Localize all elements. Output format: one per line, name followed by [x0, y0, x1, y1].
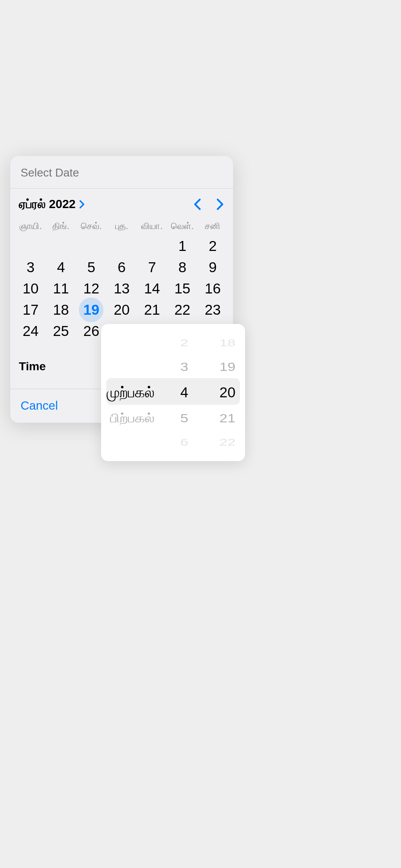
calendar-day-cell[interactable]: 17: [15, 299, 46, 321]
weekday-header-row: ஞாயி. திங். செவ். புத. வியா. வெள். சனி: [10, 215, 233, 236]
hour-wheel-column[interactable]: 2 3 4 5 6: [160, 324, 195, 461]
calendar-day-cell[interactable]: 15: [167, 278, 198, 299]
calendar-day-cell[interactable]: 18: [46, 299, 76, 321]
prev-month-button[interactable]: [193, 197, 202, 211]
wheel-item-hour: 3: [180, 357, 188, 377]
calendar-day-cell[interactable]: 20: [107, 299, 137, 321]
month-nav-arrows: [193, 197, 224, 211]
time-wheel-picker: முற்பகல் பிற்பகல் 2 3 4 5 6 18 19 20 21 …: [101, 324, 245, 461]
wheel-item-hour: 6: [180, 434, 188, 451]
calendar-day-cell[interactable]: 23: [197, 299, 228, 321]
next-month-button[interactable]: [216, 197, 224, 211]
calendar-day-cell[interactable]: 8: [167, 257, 198, 278]
calendar-day-cell[interactable]: 22: [167, 299, 198, 321]
wheel-item-ampm: பிற்பகல்: [110, 408, 155, 429]
calendar-day-cell[interactable]: 1: [167, 236, 198, 257]
weekday-label: சனி: [197, 221, 228, 231]
time-label: Time: [19, 360, 46, 373]
cancel-button[interactable]: Cancel: [21, 399, 58, 412]
weekday-label: புத.: [107, 221, 137, 231]
calendar-day-cell[interactable]: 3: [15, 257, 46, 278]
chevron-right-icon: [79, 200, 85, 209]
calendar-day-cell[interactable]: 5: [76, 257, 107, 278]
calendar-day-cell[interactable]: 19: [76, 299, 107, 321]
wheel-item-minute: 19: [219, 357, 235, 377]
calendar-day-cell[interactable]: 13: [107, 278, 137, 299]
month-year-label: ஏப்ரல் 2022: [19, 197, 76, 211]
month-year-selector[interactable]: ஏப்ரல் 2022: [19, 197, 85, 211]
ampm-wheel-column[interactable]: முற்பகல் பிற்பகல்: [101, 324, 160, 461]
calendar-day-cell[interactable]: 6: [107, 257, 137, 278]
calendar-day-cell[interactable]: 7: [137, 257, 167, 278]
calendar-day-cell: [107, 236, 137, 257]
calendar-day-cell[interactable]: 4: [46, 257, 76, 278]
wheel-item-minute: 21: [219, 408, 235, 429]
calendar-day-cell[interactable]: 11: [46, 278, 76, 299]
calendar-day-cell: [15, 236, 46, 257]
calendar-day-cell: [137, 236, 167, 257]
weekday-label: ஞாயி.: [15, 221, 46, 231]
modal-header: Select Date: [10, 156, 233, 189]
wheel-item-minute: 22: [219, 434, 235, 451]
calendar-day-cell[interactable]: 14: [137, 278, 167, 299]
wheel-item-hour: 4: [180, 381, 188, 405]
minute-wheel-column[interactable]: 18 19 20 21 22: [194, 324, 245, 461]
wheel-item-hour: 2: [180, 335, 188, 351]
calendar-day-cell: [46, 236, 76, 257]
modal-title: Select Date: [21, 166, 223, 179]
weekday-label: வெள்.: [167, 221, 198, 231]
wheel-item-ampm: முற்பகல்: [107, 381, 155, 405]
month-navigation: ஏப்ரல் 2022: [10, 189, 233, 215]
calendar-day-cell[interactable]: 2: [197, 236, 228, 257]
calendar-day-cell[interactable]: 10: [15, 278, 46, 299]
calendar-day-cell: [76, 236, 107, 257]
weekday-label: வியா.: [137, 221, 167, 231]
wheel-item-hour: 5: [180, 408, 188, 429]
wheel-item-minute: 20: [219, 381, 235, 405]
calendar-day-cell[interactable]: 24: [15, 321, 46, 342]
calendar-day-cell[interactable]: 16: [197, 278, 228, 299]
calendar-day-cell[interactable]: 12: [76, 278, 107, 299]
wheel-item-minute: 18: [219, 335, 235, 351]
calendar-day-cell[interactable]: 25: [46, 321, 76, 342]
weekday-label: திங்.: [46, 221, 76, 231]
calendar-day-cell[interactable]: 21: [137, 299, 167, 321]
weekday-label: செவ்.: [76, 221, 107, 231]
calendar-day-cell[interactable]: 9: [197, 257, 228, 278]
